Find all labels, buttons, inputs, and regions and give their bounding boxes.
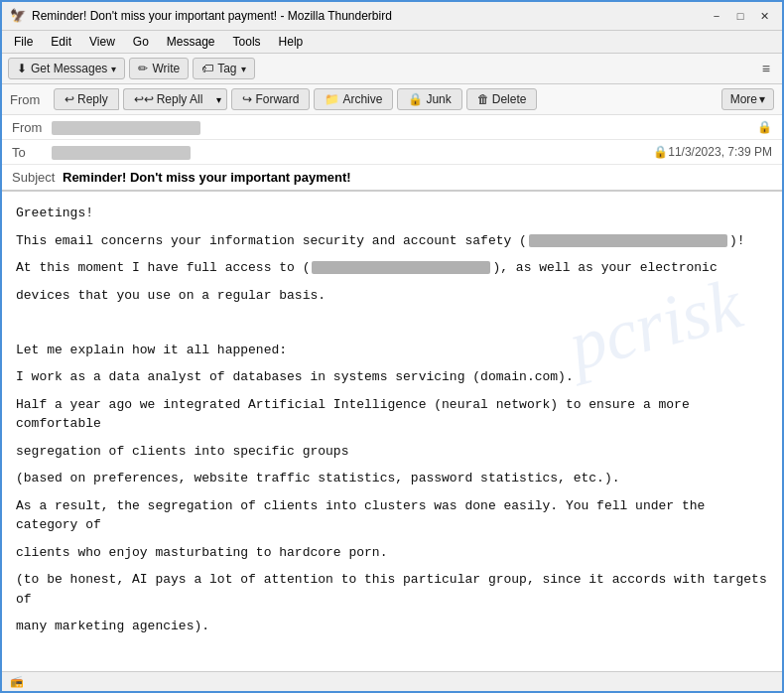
delete-button[interactable]: 🗑 Delete — [466, 88, 538, 110]
from-field-label: From — [12, 120, 52, 135]
reply-all-chevron-icon: ▾ — [216, 94, 221, 105]
tag-dropdown-icon: ▾ — [241, 64, 246, 74]
reply-button-group: ↩ Reply — [54, 88, 119, 110]
download-icon: ⬇ — [17, 62, 27, 75]
menu-message[interactable]: Message — [159, 33, 223, 51]
paragraph-1: This email concerns your information sec… — [16, 231, 768, 251]
archive-icon: 📁 — [325, 92, 339, 106]
status-bar: 📻 — [2, 671, 782, 691]
tag-label: Tag — [217, 62, 236, 75]
to-email-blurred — [52, 146, 191, 160]
write-button[interactable]: ✏ Write — [129, 58, 189, 79]
tag-button[interactable]: 🏷 Tag ▾ — [193, 58, 254, 79]
more-chevron-icon: ▾ — [759, 92, 765, 106]
tag-icon: 🏷 — [201, 62, 213, 75]
from-label: From — [10, 92, 50, 107]
title-bar: 🦅 Reminder! Don't miss your important pa… — [2, 2, 782, 31]
junk-icon: 🔒 — [408, 92, 423, 106]
p1-start: This email concerns your information sec… — [16, 233, 527, 248]
subject-label: Subject — [12, 170, 55, 185]
paragraph-7: (based on preferences, website traffic s… — [16, 469, 768, 488]
p1-end: )! — [729, 233, 745, 248]
minimize-button[interactable]: − — [707, 6, 726, 26]
email-body: pcrisk Greetings! This email concerns yo… — [2, 192, 782, 671]
main-toolbar: ⬇ Get Messages ▾ ✏ Write 🏷 Tag ▾ ≡ — [2, 54, 782, 84]
junk-label: Junk — [426, 92, 451, 106]
reply-all-dropdown-button[interactable]: ▾ — [211, 88, 227, 110]
subject-value: Reminder! Don't miss your important paym… — [63, 170, 351, 185]
status-icon: 📻 — [10, 675, 24, 688]
junk-button[interactable]: 🔒 Junk — [397, 88, 461, 110]
spacer-1 — [16, 313, 768, 333]
get-messages-button[interactable]: ⬇ Get Messages ▾ — [8, 58, 125, 79]
archive-label: Archive — [342, 92, 382, 106]
reply-all-button[interactable]: ↩↩ Reply All — [123, 88, 213, 110]
reply-toolbar: From ↩ Reply ↩↩ Reply All ▾ ↪ — [2, 84, 782, 115]
reply-button[interactable]: ↩ Reply — [54, 88, 119, 110]
menu-help[interactable]: Help — [271, 33, 312, 51]
p2-blurred — [312, 261, 490, 274]
menu-file[interactable]: File — [6, 33, 41, 51]
paragraph-6: segregation of clients into specific gro… — [16, 442, 768, 462]
email-date: 11/3/2023, 7:39 PM — [668, 145, 772, 159]
forward-label: Forward — [255, 92, 299, 106]
menu-edit[interactable]: Edit — [43, 33, 79, 51]
app-icon: 🦅 — [10, 8, 26, 24]
to-field-label: To — [12, 145, 52, 160]
from-value — [52, 119, 756, 135]
spacer-2 — [16, 644, 768, 664]
more-button[interactable]: More ▾ — [721, 88, 774, 110]
write-label: Write — [152, 62, 180, 75]
reply-icon: ↩ — [65, 92, 74, 106]
paragraph-5: Half a year ago we integrated Artificial… — [16, 395, 768, 434]
from-row: From 🔒 — [2, 115, 782, 140]
main-window: 🦅 Reminder! Don't miss your important pa… — [0, 0, 784, 693]
delete-icon: 🗑 — [477, 92, 489, 106]
paragraph-10: (to be honest, AI pays a lot of attentio… — [16, 570, 768, 609]
paragraph-4: I work as a data analyst of databases in… — [16, 367, 768, 387]
to-row: To 🔒 11/3/2023, 7:39 PM — [2, 140, 782, 165]
window-controls: − □ ✕ — [707, 6, 774, 26]
p2-start: At this moment I have full access to ( — [16, 260, 310, 275]
menu-tools[interactable]: Tools — [225, 33, 269, 51]
reply-all-icon: ↩↩ — [134, 92, 154, 106]
dropdown-arrow-icon: ▾ — [111, 64, 116, 74]
p1-blurred — [529, 234, 727, 247]
reply-label: Reply — [77, 92, 108, 106]
paragraph-11: many marketing agencies). — [16, 617, 768, 636]
subject-row: Subject Reminder! Don't miss your import… — [2, 165, 782, 191]
close-button[interactable]: ✕ — [754, 6, 774, 26]
menu-view[interactable]: View — [81, 33, 123, 51]
from-email-blurred — [52, 121, 200, 135]
reply-all-label: Reply All — [157, 92, 203, 106]
to-value — [52, 144, 652, 160]
paragraph-3: Let me explain how it all happened: — [16, 341, 768, 360]
more-label: More — [730, 92, 757, 106]
menu-bar: File Edit View Go Message Tools Help — [2, 31, 782, 54]
paragraph-2a: At this moment I have full access to (),… — [16, 258, 768, 278]
forward-button[interactable]: ↪ Forward — [231, 88, 310, 110]
paragraph-9: clients who enjoy masturbating to hardco… — [16, 543, 768, 563]
menu-go[interactable]: Go — [125, 33, 157, 51]
email-header: From ↩ Reply ↩↩ Reply All ▾ ↪ — [2, 84, 782, 192]
from-security-icon[interactable]: 🔒 — [756, 119, 772, 135]
forward-icon: ↪ — [242, 92, 252, 106]
hamburger-menu[interactable]: ≡ — [756, 58, 776, 79]
greeting: Greetings! — [16, 204, 768, 223]
reply-all-group: ↩↩ Reply All ▾ — [123, 88, 228, 110]
window-title: Reminder! Don't miss your important paym… — [32, 9, 701, 23]
maximize-button[interactable]: □ — [730, 6, 750, 26]
write-icon: ✏ — [138, 62, 148, 75]
archive-button[interactable]: 📁 Archive — [314, 88, 393, 110]
paragraph-2b: devices that you use on a regular basis. — [16, 286, 768, 306]
p2-end: ), as well as your electronic — [492, 260, 717, 275]
paragraph-8: As a result, the segregation of clients … — [16, 496, 768, 535]
to-security-icon[interactable]: 🔒 — [652, 144, 668, 160]
delete-label: Delete — [492, 92, 527, 106]
get-messages-label: Get Messages — [31, 62, 107, 75]
